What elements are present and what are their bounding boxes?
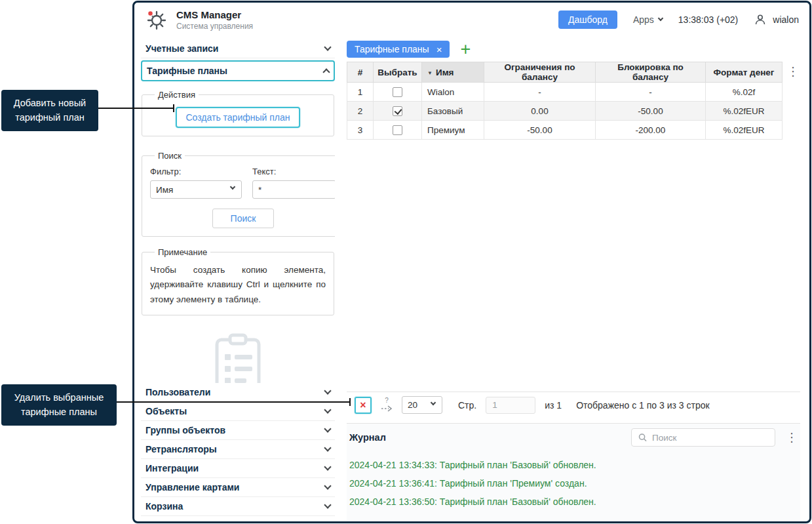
sidebar-item-retranslators[interactable]: Ретрансляторы xyxy=(141,440,335,459)
search-text-input[interactable] xyxy=(252,180,335,199)
table-row[interactable]: 2 Базовый 0.00 -50.00 %.02fEUR xyxy=(347,102,783,121)
create-tariff-plan-button[interactable]: Создать тарифный план xyxy=(176,107,300,128)
table-row[interactable]: 1 Wialon - - %.02f xyxy=(347,83,783,102)
journal-entry: 2024-04-21 13:34:33: Тарифный план 'Базо… xyxy=(349,456,798,474)
note-text: Чтобы создать копию элемента, удерживайт… xyxy=(150,263,326,307)
app-subtitle: Система управления xyxy=(176,22,253,31)
page-number-input[interactable] xyxy=(486,397,535,414)
sidebar-item-map-management[interactable]: Управление картами xyxy=(141,478,335,497)
col-header-name[interactable]: ▼Имя xyxy=(422,62,484,83)
sidebar-item-accounts[interactable]: Учетные записи xyxy=(141,39,335,58)
table-header-row: # Выбрать ▼Имя Ограничения по балансу Бл… xyxy=(347,62,783,83)
tariff-plans-table: # Выбрать ▼Имя Ограничения по балансу Бл… xyxy=(347,62,783,140)
sidebar-item-unit-groups[interactable]: Группы объектов xyxy=(141,421,335,440)
journal-entry: 2024-04-21 13:36:50: Тарифный план 'Базо… xyxy=(349,493,798,511)
app-header: CMS Manager Система управления Дашборд A… xyxy=(134,3,809,37)
app-title: CMS Manager xyxy=(176,9,253,20)
chevron-down-icon xyxy=(324,444,331,451)
sidebar-item-units[interactable]: Объекты xyxy=(141,402,335,421)
journal-header: Журнал ⋮ xyxy=(349,424,798,451)
callout-add-tariff: Добавить новый тарифный план xyxy=(1,90,98,131)
filter-field: Фильтр: Имя xyxy=(150,167,242,199)
add-tab-icon[interactable]: + xyxy=(460,41,471,57)
note-legend: Примечание xyxy=(155,247,210,257)
delete-selected-button[interactable]: × xyxy=(355,397,372,414)
col-header-money-format[interactable]: Формат денег xyxy=(706,62,783,83)
user-menu[interactable]: wialon xyxy=(754,13,799,26)
app-body: Учетные записи Тарифные планы Действия С… xyxy=(134,37,809,521)
page-size-select[interactable]: 20 xyxy=(402,396,442,414)
journal-title: Журнал xyxy=(349,432,386,443)
col-header-balance-limit[interactable]: Ограничения по балансу xyxy=(484,62,596,83)
main-content: Тарифные планы × + # xyxy=(343,37,809,521)
apps-menu[interactable]: Apps xyxy=(633,14,663,25)
filter-select[interactable]: Имя xyxy=(150,180,242,199)
row-checkbox[interactable] xyxy=(393,125,402,135)
chevron-down-icon xyxy=(324,406,331,413)
chevron-down-icon xyxy=(324,43,331,50)
search-group: Поиск Фильтр: Имя xyxy=(142,151,335,237)
sidebar-item-trash[interactable]: Корзина xyxy=(141,497,335,516)
search-legend: Поиск xyxy=(155,151,185,161)
text-field: Текст: xyxy=(252,167,335,199)
chevron-down-icon xyxy=(324,463,331,470)
chevron-down-icon xyxy=(324,482,331,489)
tab-close-icon[interactable]: × xyxy=(436,45,442,54)
callout-delete-tariff: Удалить выбранные тарифные планы xyxy=(1,384,117,426)
rows-summary: Отображено с 1 по 3 из 3 строк xyxy=(576,400,710,411)
callout-delete-line xyxy=(117,401,351,403)
col-header-balance-block[interactable]: Блокировка по балансу xyxy=(596,62,706,83)
app-window: CMS Manager Система управления Дашборд A… xyxy=(132,1,811,523)
chevron-down-icon xyxy=(324,501,331,508)
search-icon xyxy=(638,433,647,442)
table-row[interactable]: 3 Премиум -50.00 -200.00 %.02fEUR xyxy=(347,121,783,140)
journal-search-box[interactable] xyxy=(631,428,775,447)
chevron-up-icon xyxy=(322,68,330,75)
page-count-label: из 1 xyxy=(545,400,562,411)
cms-logo-icon xyxy=(145,8,168,31)
table-zone: # Выбрать ▼Имя Ограничения по балансу Бл… xyxy=(347,62,800,392)
page-label: Стр. xyxy=(458,400,476,411)
col-header-select[interactable]: Выбрать xyxy=(374,62,422,83)
clock: 13:38:03 (+02) xyxy=(678,14,738,25)
col-header-num[interactable]: # xyxy=(347,62,374,83)
callout-add-line xyxy=(98,108,174,109)
row-checkbox[interactable] xyxy=(393,106,402,116)
tariff-plans-panel: Действия Создать тарифный план Поиск Фил… xyxy=(141,83,335,383)
clipboard-icon xyxy=(207,333,269,383)
journal-section: Журнал ⋮ 2024-04-21 13:34:33: Тарифный п… xyxy=(347,423,800,521)
note-group: Примечание Чтобы создать копию элемента,… xyxy=(142,247,334,315)
callout-delete-line-cap xyxy=(349,398,351,406)
close-icon: × xyxy=(360,400,366,411)
text-label: Текст: xyxy=(252,167,335,176)
header-right: Дашборд Apps 13:38:03 (+02) wialon xyxy=(558,10,799,29)
dashboard-button[interactable]: Дашборд xyxy=(558,10,617,29)
move-question-icon[interactable]: ? xyxy=(381,397,393,413)
journal-search-input[interactable] xyxy=(652,433,768,443)
dashed-arrow-icon xyxy=(381,405,393,413)
callout-add-line-cap xyxy=(173,104,174,112)
search-button[interactable]: Поиск xyxy=(212,209,275,228)
apps-label: Apps xyxy=(633,14,654,25)
sidebar-item-tariff-plans[interactable]: Тарифные планы xyxy=(141,60,335,81)
tab-bar: Тарифные планы × + xyxy=(347,37,800,62)
journal-entry: 2024-04-21 13:36:41: Тарифный план 'Прем… xyxy=(349,474,798,493)
tab-tariff-plans[interactable]: Тарифные планы × xyxy=(347,41,450,58)
chevron-down-icon xyxy=(324,425,331,432)
sidebar-item-users[interactable]: Пользователи xyxy=(141,383,335,402)
journal-kebab-icon[interactable]: ⋮ xyxy=(786,432,798,443)
table-kebab-icon[interactable]: ⋮ xyxy=(787,66,799,77)
page: Добавить новый тарифный план Удалить выб… xyxy=(0,0,812,524)
sidebar-item-integrations[interactable]: Интеграции xyxy=(141,459,335,478)
sort-desc-icon: ▼ xyxy=(427,70,433,76)
pagination-bar: × ? 20 Стр. xyxy=(347,392,800,418)
sidebar: Учетные записи Тарифные планы Действия С… xyxy=(134,37,343,521)
filter-label: Фильтр: xyxy=(150,167,242,176)
app-titles: CMS Manager Система управления xyxy=(176,9,253,31)
user-icon xyxy=(754,13,767,26)
row-checkbox[interactable] xyxy=(393,87,402,97)
chevron-down-icon xyxy=(658,16,663,21)
username: wialon xyxy=(773,14,799,25)
chevron-down-icon xyxy=(324,387,331,394)
actions-group: Действия Создать тарифный план xyxy=(142,90,334,136)
